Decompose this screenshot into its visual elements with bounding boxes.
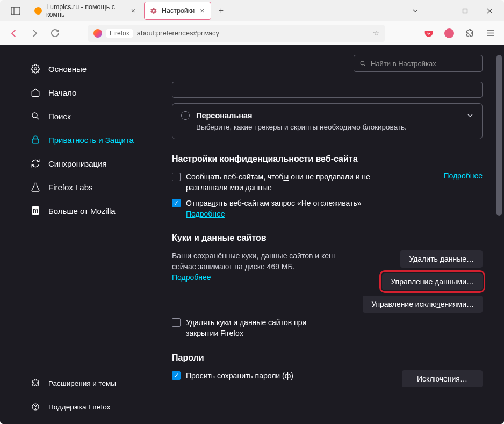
- mozilla-icon: m: [30, 205, 41, 216]
- url-prefix: Firefox: [106, 29, 133, 38]
- extensions-button[interactable]: [461, 25, 478, 42]
- radio-icon[interactable]: [181, 111, 190, 120]
- checkbox-do-not-sell[interactable]: [172, 173, 181, 181]
- help-icon: [30, 401, 41, 412]
- tab-label: Lumpics.ru - помощь с компь: [46, 3, 126, 18]
- sidebar-toggle-button[interactable]: [8, 3, 24, 19]
- website-privacy-section: Настройки конфиденциальности веб-сайта С…: [172, 154, 483, 219]
- learn-more-link[interactable]: Подробнее: [186, 210, 225, 218]
- preferences-nav: Основные Начало Поиск Приватность и Защи…: [0, 45, 161, 424]
- app-menu-button[interactable]: [481, 25, 499, 42]
- svg-rect-3: [463, 9, 467, 13]
- svg-rect-10: [32, 139, 39, 143]
- bookmark-star-icon[interactable]: ☆: [373, 29, 379, 37]
- protection-option-partial[interactable]: [172, 82, 483, 98]
- gear-icon: [150, 7, 157, 15]
- cookies-description: Ваши сохранённые куки, данные сайтов и к…: [172, 250, 355, 272]
- puzzle-icon: [30, 378, 41, 389]
- pocket-button[interactable]: [420, 25, 437, 42]
- window-controls: [403, 2, 502, 19]
- gear-icon: [30, 63, 41, 74]
- svg-point-13: [35, 408, 35, 409]
- nav-privacy[interactable]: Приватность и Защита: [26, 129, 155, 150]
- nav-label: Начало: [48, 88, 76, 97]
- firefox-logo-icon: [93, 29, 102, 38]
- url-text: about:preferences#privacy: [137, 29, 219, 37]
- nav-toolbar: Firefox about:preferences#privacy ☆: [0, 21, 504, 45]
- new-tab-button[interactable]: +: [213, 3, 228, 18]
- section-heading: Пароли: [172, 353, 483, 363]
- svg-line-15: [364, 64, 365, 66]
- passwords-section: Пароли ✓ Просить сохранить пароли (ф) Ис…: [172, 353, 483, 387]
- manage-exceptions-button[interactable]: Управление исключениями…: [363, 296, 483, 313]
- nav-general[interactable]: Основные: [26, 58, 155, 80]
- scrollbar-thumb[interactable]: [496, 55, 502, 216]
- nav-label: Больше от Mozilla: [48, 206, 116, 215]
- back-button[interactable]: [5, 25, 23, 42]
- lumpics-favicon: [34, 7, 42, 15]
- nav-search[interactable]: Поиск: [26, 105, 155, 127]
- account-button[interactable]: [441, 25, 458, 42]
- card-title: Персональная: [196, 111, 253, 120]
- svg-rect-0: [11, 7, 20, 15]
- minimize-button[interactable]: [428, 2, 452, 19]
- nav-sync[interactable]: Синхронизация: [26, 153, 155, 174]
- nav-label: Поиск: [48, 112, 71, 121]
- nav-label: Поддержка Firefox: [48, 403, 110, 411]
- svg-line-9: [37, 117, 39, 119]
- clear-data-button[interactable]: Удалить данные…: [400, 250, 483, 268]
- flask-icon: [30, 182, 41, 192]
- nav-label: Расширения и темы: [48, 379, 116, 387]
- sync-icon: [30, 158, 41, 169]
- section-heading: Настройки конфиденциальности веб-сайта: [172, 154, 483, 164]
- browser-window: Lumpics.ru - помощь с компь × Настройки …: [0, 0, 504, 424]
- url-bar[interactable]: Firefox about:preferences#privacy ☆: [88, 25, 385, 42]
- checkbox-do-not-track[interactable]: ✓: [172, 199, 181, 207]
- nav-label: Firefox Labs: [48, 183, 93, 192]
- scrollbar[interactable]: [496, 55, 502, 414]
- learn-more-link[interactable]: Подробнее: [443, 171, 483, 180]
- nav-label: Основные: [48, 64, 87, 74]
- preferences-content: Найти в Настройках Персональная Выберите…: [161, 45, 504, 424]
- home-icon: [30, 87, 41, 98]
- option-label: Отправлять веб-сайтам запрос «Не отслежи…: [186, 198, 379, 220]
- tab-settings[interactable]: Настройки ×: [144, 2, 211, 20]
- option-label: Просить сохранить пароли (ф): [186, 370, 293, 381]
- svg-point-8: [32, 113, 37, 118]
- svg-point-14: [361, 61, 364, 65]
- nav-extensions[interactable]: Расширения и темы: [26, 372, 155, 394]
- nav-labs[interactable]: Firefox Labs: [26, 176, 155, 198]
- checkbox-delete-on-close[interactable]: [172, 318, 181, 327]
- search-input[interactable]: Найти в Настройках: [354, 55, 483, 72]
- tab-label: Настройки: [162, 7, 195, 15]
- chevron-down-icon[interactable]: [467, 112, 473, 119]
- tab-lumpics[interactable]: Lumpics.ru - помощь с компь ×: [29, 2, 142, 20]
- password-exceptions-button[interactable]: Исключения…: [402, 370, 483, 387]
- preferences-page: Основные Начало Поиск Приватность и Защи…: [0, 45, 504, 424]
- protection-custom-card[interactable]: Персональная Выберите, какие трекеры и с…: [172, 103, 483, 139]
- lock-icon: [30, 134, 41, 145]
- svg-point-7: [34, 68, 37, 70]
- search-icon: [30, 111, 41, 121]
- nav-label: Синхронизация: [48, 159, 107, 168]
- maximize-button[interactable]: [452, 2, 477, 19]
- nav-label: Приватность и Защита: [48, 135, 134, 145]
- option-label: Сообщать веб-сайтам, чтобы они не продав…: [186, 171, 379, 193]
- close-icon[interactable]: ×: [130, 6, 136, 15]
- reload-button[interactable]: [46, 25, 63, 42]
- card-description: Выберите, какие трекеры и скрипты необхо…: [196, 123, 473, 131]
- cookies-section: Куки и данные сайтов Ваши сохранённые ку…: [172, 233, 483, 339]
- checkbox-save-passwords[interactable]: ✓: [172, 371, 181, 380]
- forward-button[interactable]: [26, 25, 43, 42]
- nav-support[interactable]: Поддержка Firefox: [26, 396, 155, 418]
- titlebar: Lumpics.ru - помощь с компь × Настройки …: [0, 0, 504, 21]
- close-icon[interactable]: ×: [199, 6, 205, 15]
- manage-data-button[interactable]: Управление данными…: [382, 273, 483, 290]
- close-button[interactable]: [477, 2, 502, 19]
- learn-more-link[interactable]: Подробнее: [172, 273, 211, 282]
- nav-more-mozilla[interactable]: m Больше от Mozilla: [26, 200, 155, 221]
- section-heading: Куки и данные сайтов: [172, 233, 483, 243]
- tab-strip: Lumpics.ru - помощь с компь × Настройки …: [29, 2, 403, 20]
- chevron-down-icon[interactable]: [403, 2, 428, 19]
- nav-home[interactable]: Начало: [26, 82, 155, 103]
